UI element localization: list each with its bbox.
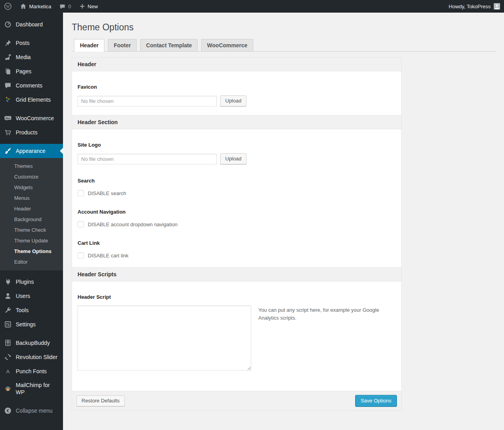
media-icon: [4, 53, 12, 61]
plus-icon: [79, 3, 85, 9]
plugin-icon: [4, 278, 12, 286]
refresh-icon: [4, 353, 12, 361]
sidebar-item-punch-fonts[interactable]: A Punch Fonts: [0, 364, 63, 378]
section-body-header: Favicon Upload: [72, 71, 401, 115]
site-logo-label: Site Logo: [78, 142, 396, 148]
submenu-customize[interactable]: Customize: [0, 171, 63, 182]
howdy-menu[interactable]: Howdy, TokoPress: [445, 0, 504, 13]
pages-icon: [4, 67, 12, 75]
tab-contact-template[interactable]: Contact Template: [140, 39, 198, 52]
svg-text:Woo: Woo: [6, 117, 11, 119]
howdy-label: Howdy, TokoPress: [449, 4, 491, 9]
search-label: Search: [78, 178, 396, 184]
comment-count: 0: [68, 4, 71, 9]
panel-footer: Restore Defaults Save Options: [72, 391, 401, 410]
save-options-button[interactable]: Save Options: [355, 395, 397, 407]
collapse-arrow-icon: [4, 407, 12, 415]
header-script-description: You can put any script here, for example…: [258, 305, 380, 322]
sidebar-item-grid-elements[interactable]: Grid Elements: [0, 93, 63, 107]
favicon-upload-button[interactable]: Upload: [220, 95, 246, 106]
account-navigation-field: Account Navigation DISABLE account dropd…: [78, 209, 396, 227]
new-menu[interactable]: New: [75, 0, 102, 13]
avatar: [494, 3, 500, 9]
disable-account-nav-row: DISABLE account dropdown navigation: [78, 221, 396, 227]
sidebar-item-woocommerce[interactable]: Woo WooCommerce: [0, 111, 63, 125]
main-content: Theme Options Header Footer Contact Temp…: [63, 13, 504, 430]
section-header-header-section: Header Section: [72, 115, 401, 129]
cart-link-field: Cart Link DISABLE cart link: [78, 240, 396, 259]
section-body-header-scripts: Header Script You can put any script her…: [72, 281, 401, 391]
paintbrush-icon: [4, 147, 12, 155]
admin-bar: W Marketica 0 New Howdy, TokoPress: [0, 0, 504, 13]
favicon-field: Favicon Upload: [78, 84, 396, 106]
submenu-widgets[interactable]: Widgets: [0, 182, 63, 193]
favicon-label: Favicon: [78, 84, 396, 90]
disable-cart-link-checkbox[interactable]: [78, 252, 84, 259]
disable-account-nav-checkbox[interactable]: [78, 221, 84, 227]
disable-cart-link-label: DISABLE cart link: [88, 253, 128, 259]
sidebar-item-comments[interactable]: Comments: [0, 78, 63, 93]
user-icon: [4, 292, 12, 300]
comments-menu[interactable]: 0: [55, 0, 75, 13]
cart-icon: [4, 128, 12, 136]
sidebar-item-settings[interactable]: Settings: [0, 317, 63, 331]
submenu-header[interactable]: Header: [0, 203, 63, 214]
wrench-icon: [4, 306, 12, 314]
admin-menu: Dashboard Posts Media Pages Comments: [0, 13, 63, 430]
disable-search-checkbox[interactable]: [78, 190, 84, 196]
submenu-themes[interactable]: Themes: [0, 161, 63, 171]
disable-cart-link-row: DISABLE cart link: [78, 252, 396, 259]
disable-search-row: DISABLE search: [78, 190, 396, 196]
submenu-theme-options[interactable]: Theme Options: [0, 246, 63, 257]
theme-options-panel: Header Favicon Upload Header Section Sit…: [72, 57, 402, 411]
section-header-header-scripts: Header Scripts: [72, 267, 401, 281]
header-script-field: Header Script You can put any script her…: [78, 294, 396, 370]
tab-woocommerce[interactable]: WooCommerce: [201, 39, 253, 52]
tab-bar: Header Footer Contact Template WooCommer…: [72, 39, 496, 52]
collapse-menu-button[interactable]: Collapse menu: [0, 404, 63, 418]
site-name-menu[interactable]: Marketica: [16, 0, 55, 13]
dashboard-icon: [4, 20, 12, 28]
mailchimp-monkey-icon: [4, 385, 12, 393]
site-name-label: Marketica: [29, 4, 51, 9]
page-title: Theme Options: [72, 13, 496, 33]
svg-text:W: W: [6, 4, 10, 9]
header-script-textarea[interactable]: [78, 305, 251, 370]
sidebar-item-products[interactable]: Products: [0, 125, 63, 140]
site-logo-upload-button[interactable]: Upload: [220, 153, 246, 164]
new-label: New: [88, 4, 98, 9]
cart-link-label: Cart Link: [78, 240, 396, 246]
wordpress-logo-menu[interactable]: W: [0, 0, 16, 13]
sidebar-item-dashboard[interactable]: Dashboard: [0, 17, 63, 32]
sidebar-item-posts[interactable]: Posts: [0, 36, 63, 50]
tab-footer[interactable]: Footer: [108, 39, 137, 52]
submenu-theme-check[interactable]: Theme Check: [0, 225, 63, 235]
sidebar-item-users[interactable]: Users: [0, 289, 63, 303]
header-script-label: Header Script: [78, 294, 396, 300]
submenu-background[interactable]: Background: [0, 214, 63, 225]
sidebar-item-tools[interactable]: Tools: [0, 303, 63, 317]
account-navigation-label: Account Navigation: [78, 209, 396, 215]
submenu-editor[interactable]: Editor: [0, 257, 63, 267]
search-field: Search DISABLE search: [78, 178, 396, 196]
favicon-file-input[interactable]: [78, 96, 217, 106]
sidebar-item-plugins[interactable]: Plugins: [0, 275, 63, 289]
site-logo-file-input[interactable]: [78, 154, 217, 164]
grid-elements-icon: [4, 96, 12, 104]
svg-text:A: A: [6, 369, 10, 374]
submenu-menus[interactable]: Menus: [0, 193, 63, 203]
sidebar-item-pages[interactable]: Pages: [0, 64, 63, 78]
sidebar-item-appearance[interactable]: Appearance: [0, 144, 63, 158]
sidebar-item-backupbuddy[interactable]: BackupBuddy: [0, 336, 63, 350]
disable-account-nav-label: DISABLE account dropdown navigation: [88, 222, 178, 227]
sidebar-item-revolution-slider[interactable]: Revolution Slider: [0, 350, 63, 364]
restore-defaults-button[interactable]: Restore Defaults: [76, 395, 125, 406]
submenu-theme-update[interactable]: Theme Update: [0, 235, 63, 246]
tab-header[interactable]: Header: [74, 39, 104, 52]
site-logo-field: Site Logo Upload: [78, 142, 396, 164]
sidebar-item-media[interactable]: Media: [0, 50, 63, 64]
section-header-header: Header: [72, 57, 401, 71]
comment-bubble-icon: [59, 3, 66, 10]
sidebar-item-mailchimp[interactable]: MailChimp for WP: [0, 378, 63, 399]
backup-drive-icon: [4, 339, 12, 347]
